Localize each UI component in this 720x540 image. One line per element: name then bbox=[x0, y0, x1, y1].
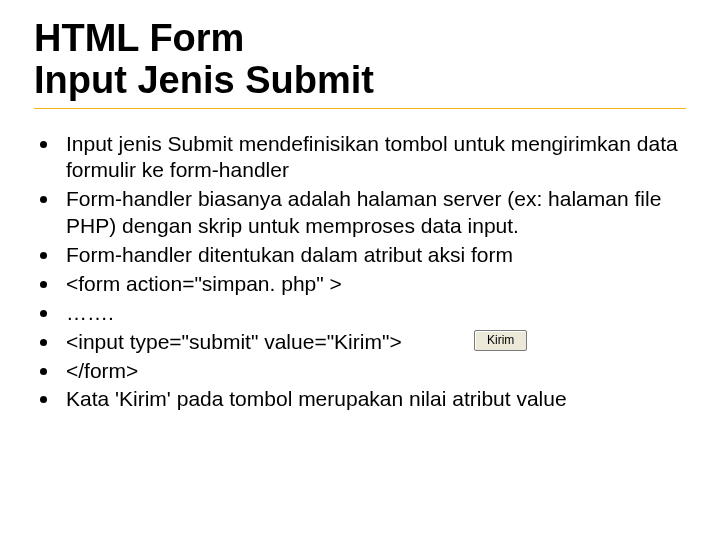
bullet-text: Input jenis Submit mendefinisikan tombol… bbox=[66, 132, 678, 182]
code-text: <input type="submit" value="Kirim"> bbox=[66, 330, 402, 353]
submit-button-example: Kirim bbox=[474, 330, 527, 351]
bullet-text: Kata 'Kirim' pada tombol merupakan nilai… bbox=[66, 387, 567, 410]
bullet-item: <input type="submit" value="Kirim"> Kiri… bbox=[34, 329, 686, 356]
bullet-list: Input jenis Submit mendefinisikan tombol… bbox=[34, 131, 686, 414]
title-line-2: Input Jenis Submit bbox=[34, 60, 686, 102]
slide: HTML Form Input Jenis Submit Input jenis… bbox=[0, 0, 720, 540]
slide-title: HTML Form Input Jenis Submit bbox=[34, 18, 686, 109]
bullet-text: ……. bbox=[66, 301, 114, 324]
code-text: <form action="simpan. php" > bbox=[66, 272, 342, 295]
code-text: </form> bbox=[66, 359, 138, 382]
bullet-item: ……. bbox=[34, 300, 686, 327]
bullet-text: Form-handler ditentukan dalam atribut ak… bbox=[66, 243, 513, 266]
bullet-item: <form action="simpan. php" > bbox=[34, 271, 686, 298]
bullet-item: </form> bbox=[34, 358, 686, 385]
bullet-text: Form-handler biasanya adalah halaman ser… bbox=[66, 187, 661, 237]
bullet-item: Input jenis Submit mendefinisikan tombol… bbox=[34, 131, 686, 185]
slide-body: Input jenis Submit mendefinisikan tombol… bbox=[34, 131, 686, 414]
bullet-item: Form-handler ditentukan dalam atribut ak… bbox=[34, 242, 686, 269]
title-line-1: HTML Form bbox=[34, 18, 686, 60]
bullet-item: Form-handler biasanya adalah halaman ser… bbox=[34, 186, 686, 240]
bullet-item: Kata 'Kirim' pada tombol merupakan nilai… bbox=[34, 386, 686, 413]
